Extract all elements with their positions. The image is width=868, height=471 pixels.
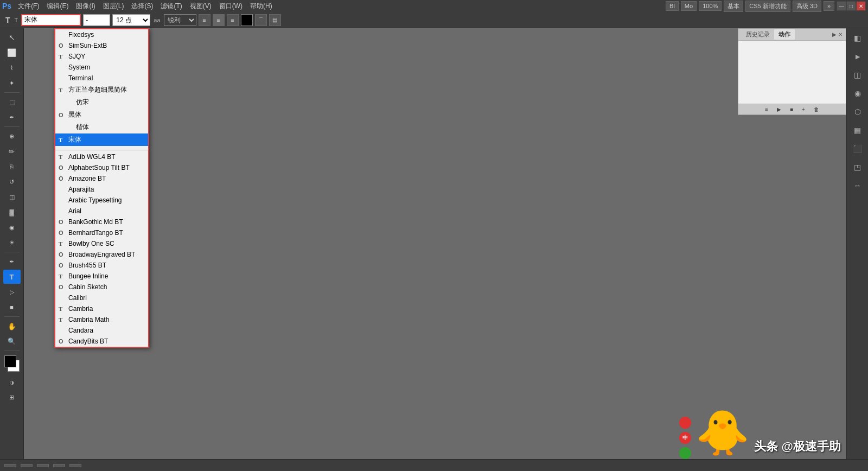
btn-bl[interactable]: Bl [666,1,679,11]
dodge-tool[interactable]: ☀ [3,236,21,250]
lasso-tool[interactable]: ⌇ [3,61,21,75]
history-brush-tool[interactable]: ↺ [3,175,21,189]
foreground-color[interactable] [4,355,16,367]
menu-layer[interactable]: 图层(L) [100,1,127,12]
maximize-button[interactable]: □ [846,1,856,11]
crop-tool[interactable]: ⬚ [3,95,21,109]
font-style-input[interactable] [83,14,110,26]
font-item-all[interactable]: TBowlby One SC [55,238,148,249]
font-item-all[interactable]: TCambria [55,303,148,314]
character-panel-toggle[interactable]: ▤ [269,14,281,26]
path-selection-tool[interactable]: ▷ [3,285,21,299]
btn-basic[interactable]: 基本 [724,1,743,12]
gradient-tool[interactable]: ▓ [3,205,21,219]
panel-footer-btn-3[interactable]: ■ [788,106,795,112]
zoom-tool[interactable]: 🔍 [3,334,21,348]
shape-tool[interactable]: ■ [3,300,21,314]
menu-help[interactable]: 帮助(H) [247,1,276,12]
panel-menu-arrow[interactable]: ▶ ✕ [832,31,843,37]
btn-zoom[interactable]: 100% [699,1,722,11]
quick-mask-btn[interactable]: ◑ [10,380,14,385]
font-item-all[interactable]: OBernhardTango BT [55,227,148,238]
font-item-recent[interactable]: O微软雅黑 [55,146,148,149]
font-item-recent[interactable]: Terminal [55,73,148,84]
move-tool[interactable]: ↖ [3,30,21,44]
healing-tool[interactable]: ⊕ [3,129,21,143]
tab-history[interactable]: 历史记录 [742,29,774,40]
hand-tool[interactable]: ✋ [3,319,21,333]
font-size-select[interactable]: 12 点 6 点 8 点 10 点 14 点 18 点 24 点 36 点 48… [112,14,150,26]
channels-panel-btn[interactable]: ↔ [849,178,866,193]
marquee-tool[interactable]: ⬜ [3,46,21,60]
close-button[interactable]: ✕ [856,1,866,11]
font-item-all[interactable]: Arabic Typesetting [55,195,148,206]
menu-image[interactable]: 图像(I) [73,1,98,12]
font-item-all[interactable]: TCambria Math [55,314,148,325]
font-name-input[interactable] [21,14,81,26]
font-item-all[interactable]: Calibri [55,292,148,303]
status-tab-5[interactable] [69,464,81,467]
tab-actions[interactable]: 动作 [774,29,795,40]
status-tab-2[interactable] [21,464,33,467]
eyedropper-tool[interactable]: ✒ [3,110,21,124]
font-item-all[interactable]: TAdLib WGL4 BT [55,151,148,162]
font-item-recent[interactable]: 楷体 [55,121,148,133]
clone-tool[interactable]: ⎘ [3,160,21,174]
status-tab-3[interactable] [37,464,49,467]
font-item-all[interactable]: OBroadwayEngraved BT [55,249,148,260]
pen-tool[interactable]: ✒ [3,254,21,269]
panel-footer-btn-4[interactable]: + [800,106,807,112]
font-item-recent[interactable]: System [55,62,148,73]
panel-footer-btn-2[interactable]: ▶ [775,106,783,112]
expand-panel-btn[interactable]: ▶ [849,49,866,64]
font-item-all[interactable]: OAmazone BT [55,173,148,184]
menu-file[interactable]: 文件(F) [15,1,42,12]
blur-tool[interactable]: ◉ [3,220,21,234]
font-item-all[interactable]: OBankGothic Md BT [55,217,148,227]
btn-mo[interactable]: Mo [681,1,697,11]
brush-tool[interactable]: ✏ [3,144,21,158]
font-item-recent[interactable]: 仿宋 [55,96,148,109]
font-item-all[interactable]: Aparajita [55,184,148,195]
font-item-all[interactable]: OBrush455 BT [55,260,148,271]
warp-text-button[interactable]: ⌒ [255,14,267,26]
panel-footer-btn-1[interactable]: ≡ [763,106,770,112]
adjustments-panel-btn[interactable]: ⬛ [849,141,866,156]
status-tab-4[interactable] [53,464,65,467]
type-tool[interactable]: T [3,270,21,284]
color-panel-btn[interactable]: ⬡ [849,104,866,119]
font-item-recent[interactable]: T方正兰亭超细黑简体 [55,84,148,96]
font-item-recent[interactable]: T宋体 [55,133,148,146]
menu-window[interactable]: 窗口(W) [216,1,246,12]
font-item-recent[interactable]: Fixedsys [55,29,148,40]
info-panel-btn[interactable]: ◉ [849,86,866,101]
btn-3d[interactable]: 高级 3D [793,1,821,12]
font-item-all[interactable]: OCandyBits BT [55,336,148,347]
font-item-all[interactable]: TBungee Inline [55,271,148,282]
swatches-panel-btn[interactable]: ▦ [849,123,866,138]
masks-panel-btn[interactable]: ◳ [849,160,866,175]
menu-select[interactable]: 选择(S) [128,1,156,12]
eraser-tool[interactable]: ◫ [3,190,21,204]
font-item-all[interactable]: Arial [55,206,148,217]
align-center-button[interactable]: ≡ [213,14,225,26]
antialiasing-select[interactable]: 锐利 犀利 浑厚 平滑 无 [164,14,196,26]
menu-view[interactable]: 视图(V) [187,1,215,12]
menu-edit[interactable]: 编辑(E) [43,1,72,12]
align-left-button[interactable]: ≡ [199,14,210,26]
text-color-swatch[interactable] [241,14,253,26]
properties-panel-btn[interactable]: ◧ [849,30,866,46]
btn-more[interactable]: » [824,1,834,11]
magic-wand-tool[interactable]: ✦ [3,76,21,90]
screen-mode-button[interactable]: ⊞ [3,390,21,404]
status-tab-1[interactable] [4,464,16,467]
color-selector[interactable] [3,355,21,373]
btn-cs5-new[interactable]: CS5 新增功能 [745,1,790,12]
font-item-recent[interactable]: OSimSun-ExtB [55,40,148,51]
font-item-recent[interactable]: TSJQY [55,51,148,62]
font-item-recent[interactable]: O黑体 [55,109,148,121]
font-item-all[interactable]: OAlphabetSoup Tilt BT [55,162,148,173]
minimize-button[interactable]: — [837,1,846,11]
align-right-button[interactable]: ≡ [227,14,239,26]
font-item-all[interactable]: OCabin Sketch [55,282,148,292]
